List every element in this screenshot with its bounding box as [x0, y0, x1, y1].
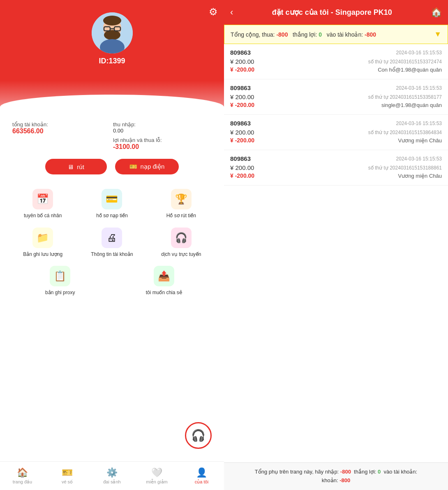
deposit-button[interactable]: 🎫 nạp điện [115, 159, 179, 174]
bet-amount: ¥ 200.00 [230, 129, 254, 136]
profit-loss-label: lợi nhuận và thua lỗ: [113, 137, 212, 143]
bet-record: 809863 2024-03-16 15:15:53 ¥ 200.00 số t… [224, 79, 448, 115]
menu-label-truc-tuyen: dịch vụ trực tuyến [161, 251, 201, 258]
menu-item-tuyen-bo[interactable]: 📅 tuyên bố cá nhân [12, 189, 73, 219]
headphone-icon: 🎧 [191, 429, 206, 442]
menu-label-proxy: bản ghi proxy [45, 290, 75, 296]
bet-record: 809863 2024-03-16 15:15:53 ¥ 200.00 số t… [224, 150, 448, 186]
total-account-value: 663566.00 [12, 128, 111, 135]
profile-header: ⚙ ID:1399 [0, 0, 224, 115]
traffic-log-icon: 📁 [32, 228, 53, 248]
bet-header: 809863 2024-03-16 15:15:53 [230, 84, 442, 91]
bet-record: 809863 2024-03-16 15:15:53 ¥ 200.00 số t… [224, 115, 448, 150]
bottom-value1: -800 [340, 469, 351, 475]
menu-item-chia-se[interactable]: 📤 tôi muốn chia sẻ [116, 266, 212, 296]
bet-result: ¥ -200.00 [230, 172, 254, 179]
lobby-icon: ⚙️ [106, 467, 118, 478]
bets-list: 809863 2024-03-16 15:15:53 ¥ 200.00 số t… [224, 44, 448, 462]
bet-time: 2024-03-16 15:15:53 [396, 156, 442, 162]
chevron-down-icon[interactable]: ▼ [434, 30, 441, 39]
withdraw-label: rút [77, 163, 84, 170]
menu-label-tuyen-bo: tuyên bố cá nhân [24, 213, 62, 219]
bottom-summary-text: Tổng phụ trên trang này, hãy nhập: -800 … [255, 469, 417, 475]
bet-header: 809863 2024-03-16 15:15:53 [230, 49, 442, 56]
proxy-log-icon: 📋 [50, 266, 70, 286]
bet-id: 809863 [230, 49, 251, 56]
bottom-value3: -800 [339, 477, 350, 483]
bottom-navigation: 🏠 trang đầu 🎫 vé số ⚙️ đai sảnh 🤍 miễn g… [0, 461, 224, 490]
bet-result-row: ¥ -200.00 Con hổ@1.98@quán quân [230, 66, 442, 73]
bet-record: 809863 2024-03-16 15:15:53 ¥ 200.00 số t… [224, 44, 448, 79]
menu-label-rut-tien: Hồ sơ rút tiền [166, 213, 196, 219]
menu-label-nap-tien: hồ sơ nạp tiền [96, 213, 128, 219]
summary-text: Tổng cộng, thua: -800 thắng lợi: 0 vào t… [231, 31, 376, 38]
summary-bar: Tổng cộng, thua: -800 thắng lợi: 0 vào t… [224, 25, 448, 44]
bet-amount-row: ¥ 200.00 số thứ tự 2024031615153864834 [230, 129, 442, 136]
menu-item-proxy[interactable]: 📋 bản ghi proxy [12, 266, 108, 296]
settings-button[interactable]: ⚙ [209, 6, 218, 18]
withdraw-icon: 🖥 [67, 163, 74, 170]
bet-desc: Vương miện Châu [398, 137, 442, 144]
bet-time: 2024-03-16 15:15:53 [396, 121, 442, 126]
bet-header: 809863 2024-03-16 15:15:53 [230, 155, 442, 162]
bet-ref: số thứ tự 2024031615153372474 [368, 59, 442, 65]
bet-amount-row: ¥ 200.00 số thứ tự 2024031615153358177 [230, 93, 442, 100]
avatar [92, 12, 133, 53]
income-label: thu nhập: [113, 121, 212, 128]
withdraw-button[interactable]: 🖥 rút [45, 159, 107, 174]
bet-amount: ¥ 200.00 [230, 58, 254, 65]
deposit-label: nạp điện [141, 163, 165, 170]
menu-label-chia-se: tôi muốn chia sẻ [146, 290, 182, 296]
svg-point-3 [104, 30, 120, 40]
home-button[interactable]: 🏠 [431, 7, 442, 18]
menu-item-truc-tuyen[interactable]: 🎧 dịch vụ trực tuyến [151, 228, 212, 258]
nav-label-mien-giam: miễn giảm [146, 479, 168, 485]
share-icon: 📤 [154, 266, 174, 286]
nav-label-cua-toi: của tôi [195, 479, 208, 485]
income-value: 0.00 [113, 128, 212, 134]
nav-ve-so[interactable]: 🎫 vé số [45, 465, 90, 487]
menu-item-luu-luong[interactable]: 📁 Bản ghi lưu lượng [12, 228, 73, 258]
nav-cua-toi[interactable]: 👤 của tôi [179, 465, 224, 487]
nav-label-dai-sanh: đai sảnh [103, 479, 120, 485]
bet-desc: single@1.98@quán quân [381, 102, 442, 108]
ticket-icon: 🎫 [62, 467, 73, 478]
menu-item-tai-khoan[interactable]: 🖨 Thông tin tài khoản [81, 228, 142, 258]
nav-label-ve-so: vé số [62, 479, 73, 485]
bet-amount: ¥ 200.00 [230, 164, 254, 171]
menu-item-nap-tien[interactable]: 💳 hồ sơ nạp tiền [81, 189, 142, 219]
heart-icon: 🤍 [151, 467, 162, 478]
home-icon: 🏠 [17, 467, 28, 478]
menu-grid-top: 📅 tuyên bố cá nhân 💳 hồ sơ nạp tiền 🏆 Hồ… [0, 181, 224, 266]
bet-result: ¥ -200.00 [230, 66, 254, 73]
action-buttons: 🖥 rút 🎫 nạp điện [0, 157, 224, 181]
nav-trang-dau[interactable]: 🏠 trang đầu [0, 465, 45, 487]
nav-dai-sanh[interactable]: ⚙️ đai sảnh [90, 465, 134, 487]
bet-amount-row: ¥ 200.00 số thứ tự 2024031615153372474 [230, 58, 442, 65]
page-title: đặt cược của tôi - Singapore PK10 [239, 8, 425, 17]
bet-ref: số thứ tự 2024031615153864834 [368, 130, 442, 135]
total-account-label: tổng tài khoản: [12, 121, 111, 128]
menu-grid-bottom: 📋 bản ghi proxy 📤 tôi muốn chia sẻ [0, 266, 224, 304]
bet-result-row: ¥ -200.00 Vương miện Châu [230, 172, 442, 179]
nav-label-trang-dau: trang đầu [13, 479, 32, 485]
svg-point-2 [103, 16, 121, 26]
bet-id: 809863 [230, 120, 251, 127]
bet-amount-row: ¥ 200.00 số thứ tự 2024031615153188861 [230, 164, 442, 171]
menu-item-rut-tien[interactable]: 🏆 Hồ sơ rút tiền [151, 189, 212, 219]
bet-result-row: ¥ -200.00 single@1.98@quán quân [230, 102, 442, 108]
bet-time: 2024-03-16 15:15:53 [396, 50, 442, 56]
nav-mien-giam[interactable]: 🤍 miễn giảm [134, 465, 179, 487]
bet-result: ¥ -200.00 [230, 102, 254, 108]
back-button[interactable]: ‹ [230, 7, 233, 18]
menu-label-luu-luong: Bản ghi lưu lượng [23, 251, 62, 258]
bet-time: 2024-03-16 15:15:53 [396, 85, 442, 91]
bet-result-row: ¥ -200.00 Vương miện Châu [230, 137, 442, 144]
bet-desc: Vương miện Châu [398, 173, 442, 179]
user-id: ID:1399 [99, 57, 125, 65]
bet-ref: số thứ tự 2024031615153188861 [368, 165, 442, 171]
account-info: tổng tài khoản: 663566.00 thu nhập: 0.00… [0, 115, 224, 157]
menu-label-tai-khoan: Thông tin tài khoản [91, 251, 133, 258]
bet-header: 809863 2024-03-16 15:15:53 [230, 120, 442, 127]
support-button[interactable]: 🎧 [185, 422, 212, 449]
